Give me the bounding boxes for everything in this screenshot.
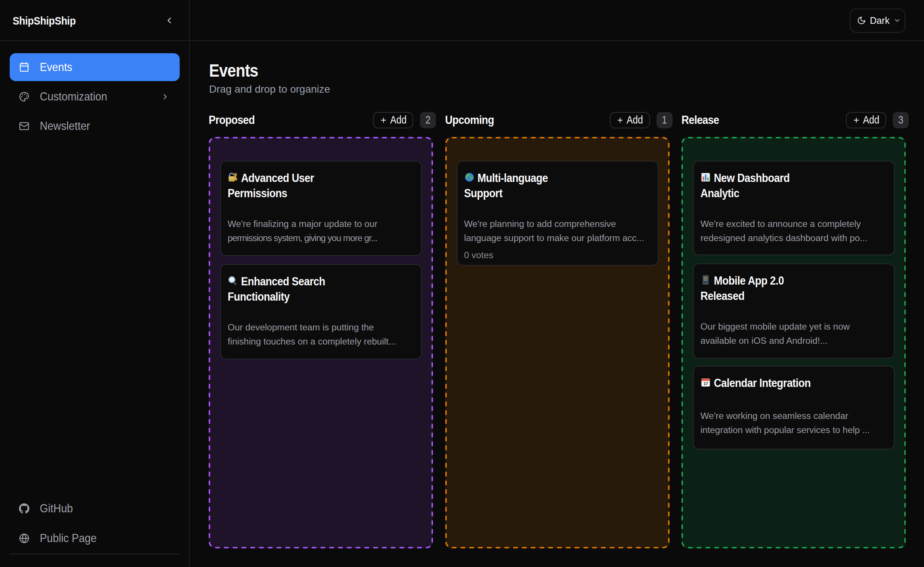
svg-text:17: 17 <box>704 382 708 386</box>
